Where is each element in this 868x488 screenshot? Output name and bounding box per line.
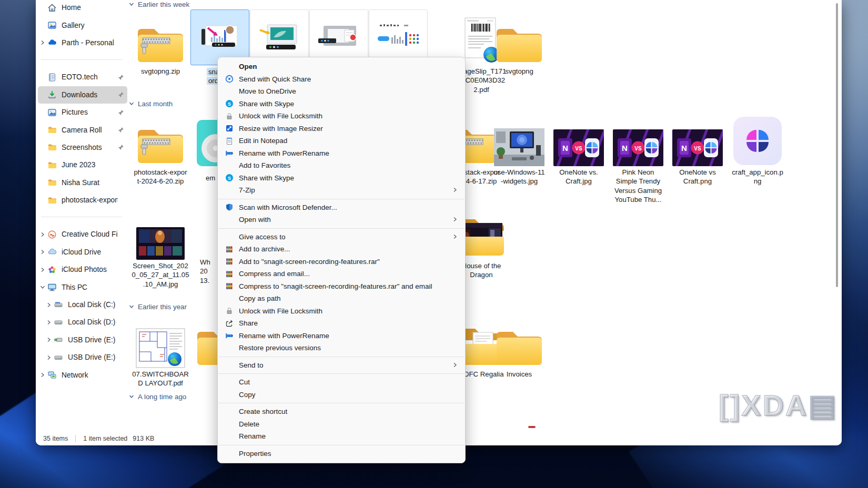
file-label: 07.SWITCHBOARD LAYOUT.pdf (132, 370, 189, 388)
menu-item-cut[interactable]: Cut (218, 376, 465, 389)
menu-item-share-with-skype[interactable]: SShare with Skype (218, 98, 465, 110)
menu-item-copy[interactable]: Copy (218, 389, 465, 401)
menu-item-label: Compress and email... (239, 270, 458, 278)
section-header-a-long-time-ago[interactable]: A long time ago (129, 393, 186, 401)
menu-item-label: Rename with PowerRename (239, 149, 458, 157)
menu-item-label: Open with (239, 216, 452, 223)
file-item-invoices[interactable]: Invoices (490, 329, 548, 379)
menu-item-scan-with-microsoft-defender[interactable]: Scan with Microsoft Defender... (218, 201, 465, 214)
file-item-svgtopng-zip[interactable]: svgtopng.zip (132, 13, 189, 76)
menu-item-label: Properties (239, 450, 458, 458)
file-label: Pink NeonSimple TrendyVersus GamingYouTu… (614, 168, 662, 205)
section-header-earlier-this-year[interactable]: Earlier this year (129, 303, 187, 311)
file-item-onenote-vs-craft-jpg[interactable]: NVSOneNote vs.Craft.jpg (550, 119, 608, 186)
menu-item-open[interactable]: Open (218, 60, 465, 73)
section-header-earlier-this-week[interactable]: Earlier this week (129, 1, 189, 8)
section-header-label: A long time ago (138, 393, 186, 401)
menu-item-label: Share with Skype (239, 100, 458, 108)
cutoff-item-red[interactable] (528, 426, 536, 428)
menu-item-copy-as-path[interactable]: Copy as path (218, 292, 465, 305)
winrar-icon (225, 270, 234, 278)
menu-item-label: Share (239, 319, 458, 327)
menu-item-7-zip[interactable]: 7-Zip (218, 184, 465, 197)
menu-item-label: Send to (239, 361, 452, 369)
menu-item-send-to[interactable]: Send to (218, 359, 465, 372)
menu-item-create-shortcut[interactable]: Create shortcut (218, 405, 465, 418)
menu-item-edit-in-notepad[interactable]: Edit in Notepad (218, 135, 465, 147)
menu-icon-spacer (225, 161, 234, 170)
menu-item-label: Unlock with File Locksmith (239, 112, 458, 120)
menu-item-label: Add to "snagit-screen-recording-features… (239, 258, 458, 266)
svg-text:VS: VS (575, 146, 582, 151)
menu-icon-spacer (225, 87, 234, 96)
menu-item-open-with[interactable]: Open with (218, 214, 465, 226)
file-item-photostack-export-2024-6-20-zip[interactable]: photostack-export-2024-6-20.zip (132, 119, 189, 186)
file-item-svgtopng[interactable]: svgtopng (490, 13, 548, 76)
file-item-use-windows-11-widgets-jpg[interactable]: use-Windows-11-widgets.jpg (490, 119, 548, 186)
section-header-label: Earlier this week (138, 1, 189, 8)
file-item-07-switchboard-layout-pdf[interactable]: 07.SWITCHBOARD LAYOUT.pdf (132, 329, 189, 388)
menu-item-unlock-with-file-locksmith[interactable]: Unlock with File Locksmith (218, 305, 465, 318)
menu-item-label: Send with Quick Share (239, 75, 458, 83)
menu-icon-spacer (225, 432, 234, 441)
menu-item-add-to-snagit-screen-recording-features-rar[interactable]: Add to "snagit-screen-recording-features… (218, 256, 465, 268)
menu-item-label: Give access to (239, 233, 452, 241)
file-item-pink-neon-thumbnail[interactable]: NVSPink NeonSimple TrendyVersus GamingYo… (609, 119, 667, 205)
powerrename-icon (225, 149, 234, 157)
menu-item-rename-with-powerrename[interactable]: Rename with PowerRename (218, 147, 465, 160)
menu-item-add-to-favorites[interactable]: Add to Favorites (218, 159, 465, 172)
file-label: photostack-export-2024-6-20.zip (134, 168, 187, 186)
menu-item-resize-with-image-resizer[interactable]: Resize with Image Resizer (218, 123, 465, 135)
menu-item-rename-with-powerrename[interactable]: Rename with PowerRename (218, 330, 465, 342)
file-item-craft-app-icon-png[interactable]: craft_app_icon.png (729, 119, 786, 186)
folder-icon (493, 13, 546, 65)
menu-item-delete[interactable]: Delete (218, 418, 465, 431)
menu-item-restore-previous-versions[interactable]: Restore previous versions (218, 342, 465, 354)
section-header-last-month[interactable]: Last month (129, 100, 173, 108)
menu-item-share[interactable]: Share (218, 317, 465, 330)
menu-item-label: Move to OneDrive (239, 87, 458, 95)
menu-icon-spacer (225, 361, 234, 369)
menu-item-label: Restore previous versions (239, 344, 458, 352)
vs-thumb-icon: NVS (613, 119, 663, 166)
skype-icon: S (225, 99, 234, 108)
menu-item-rename[interactable]: Rename (218, 430, 465, 443)
file-label-fragment-hidden-file-wh: Wh2013. (200, 258, 210, 285)
file-label: Screen_Shot_2020_05_27_at_11.05.10_AM.jp… (132, 261, 189, 289)
photo-desk-icon (494, 119, 544, 166)
section-chevron-icon (129, 100, 134, 108)
powerrename-icon (225, 331, 234, 340)
file-item-screen-shot-2020-05-27-jpg[interactable]: Screen_Shot_2020_05_27_at_11.05.10_AM.jp… (132, 226, 189, 289)
file-item-onenote-vs-craft-png[interactable]: NVSOneNote vsCraft.png (669, 119, 726, 186)
winrar-icon (225, 257, 234, 266)
menu-icon-spacer (225, 449, 234, 458)
menu-item-add-to-archive[interactable]: Add to archive... (218, 243, 465, 256)
menu-item-properties[interactable]: Properties (218, 448, 465, 460)
menu-icon-spacer (225, 420, 234, 428)
menu-item-give-access-to[interactable]: Give access to (218, 231, 465, 243)
menu-item-move-to-onedrive[interactable]: Move to OneDrive (218, 85, 465, 98)
menu-item-send-with-quick-share[interactable]: Send with Quick Share (218, 73, 465, 86)
svg-text:N: N (622, 144, 628, 152)
zip-folder-icon (134, 13, 187, 65)
submenu-chevron-icon (452, 361, 458, 369)
submenu-chevron-icon (452, 233, 458, 241)
folder-icon (493, 329, 546, 368)
file-label: OneNote vsCraft.png (679, 168, 716, 186)
notepad-icon (225, 137, 234, 145)
context-menu: OpenSend with Quick ShareMove to OneDriv… (217, 57, 466, 463)
menu-item-label: Copy (239, 391, 458, 399)
file-label: Invoices (507, 370, 532, 379)
menu-item-compress-to-snagit-screen-recording-features-rar-and-email[interactable]: Compress to "snagit-screen-recording-fea… (218, 280, 465, 293)
menu-item-label: Add to Favorites (239, 161, 458, 169)
menu-item-compress-and-email[interactable]: Compress and email... (218, 268, 465, 280)
menu-item-unlock-with-file-locksmith[interactable]: Unlock with File Locksmith (218, 110, 465, 123)
locksmith-icon (225, 307, 234, 315)
submenu-chevron-icon (452, 186, 458, 194)
menu-item-label: Unlock with File Locksmith (239, 307, 458, 315)
menu-item-label: 7-Zip (239, 186, 452, 194)
quick-share-icon (225, 75, 234, 83)
movie-thumb-icon (136, 226, 185, 260)
file-label: svgtopng.zip (141, 67, 180, 76)
menu-item-share-with-skype[interactable]: SShare with Skype (218, 172, 465, 185)
